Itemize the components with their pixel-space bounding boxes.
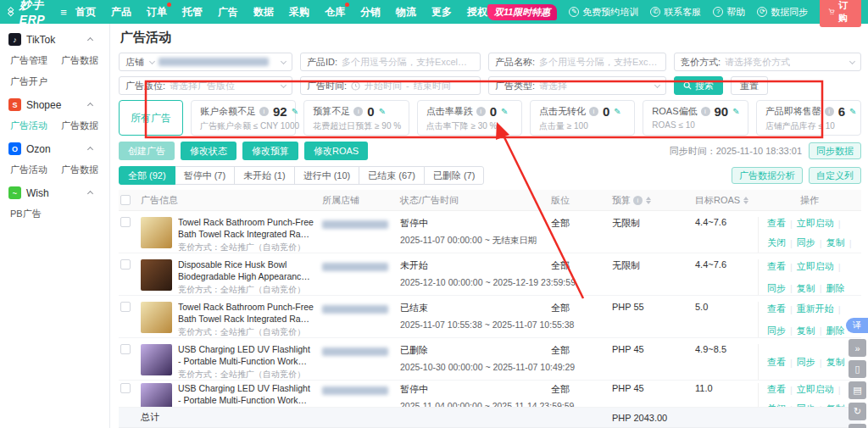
nav-item-授权[interactable]: 授权 [467, 5, 487, 19]
tool-button-广告数据分析[interactable]: 广告数据分析 [732, 167, 803, 184]
header-budget[interactable]: 预算 i [610, 194, 695, 207]
nav-item-托管[interactable]: 托管 [182, 5, 203, 19]
op-link-复制[interactable]: 复制 [826, 236, 845, 249]
summary-card-点击无转化[interactable]: 点击无转化i0✎点击量 ≥ 100 [530, 100, 635, 136]
product-id-input[interactable]: 产品ID: 多个用逗号分隔，支持Excel复制粘贴 [300, 53, 481, 71]
ad-type-select[interactable]: 广告类型: 请选择 [488, 76, 666, 95]
create-ad-button[interactable]: 创建广告 [119, 142, 175, 160]
op-link-删除[interactable]: 删除 [826, 282, 845, 295]
status-tab-进行中 (10)[interactable]: 进行中 (10) [294, 166, 360, 185]
order-button[interactable]: 订购 [820, 0, 861, 27]
bid-method-select[interactable]: 竞价方式: 请选择竞价方式 [674, 53, 861, 71]
header-roas[interactable]: 目标ROAS [695, 194, 758, 207]
nav-item-广告[interactable]: 广告 [218, 5, 238, 19]
op-link-关闭[interactable]: 关闭 [767, 236, 786, 249]
sidebar-item-广告活动[interactable]: 广告活动 [10, 115, 54, 136]
search-button[interactable]: 搜索 [674, 76, 723, 95]
all-ads-card[interactable]: 所有广告 [119, 100, 183, 136]
sidebar-item-广告数据[interactable]: 广告数据 [61, 159, 105, 181]
product-title[interactable]: USB Charging LED UV Flashlight - Portabl… [178, 383, 314, 406]
translate-button[interactable]: 译 [846, 318, 868, 333]
bulk-button-修改预算[interactable]: 修改预算 [242, 142, 298, 160]
nav-training-item[interactable]: ✎免费预约培训 [569, 6, 638, 19]
sort-icon[interactable] [743, 197, 748, 204]
edit-pencil-icon[interactable]: ✎ [849, 107, 856, 116]
sidebar-item-PB广告[interactable]: PB广告 [10, 203, 54, 225]
op-link-同步[interactable]: 同步 [797, 236, 815, 249]
product-title[interactable]: Towel Rack Bathroom Punch-Free Bath Towe… [178, 302, 314, 325]
op-link-查看[interactable]: 查看 [767, 260, 786, 273]
op-link-查看[interactable]: 查看 [767, 383, 786, 396]
row-checkbox[interactable] [120, 344, 131, 354]
op-link-同步[interactable]: 同步 [767, 282, 786, 295]
summary-card-点击率暴跌[interactable]: 点击率暴跌i0✎点击率下降 ≥ 30 % [417, 100, 522, 136]
shop-select[interactable]: 店铺 [119, 53, 292, 71]
op-link-查看[interactable]: 查看 [767, 217, 786, 230]
op-link-查看[interactable]: 查看 [767, 303, 786, 315]
collapse-icon[interactable]: » [849, 339, 866, 357]
op-link-立即启动[interactable]: 立即启动 [797, 383, 834, 396]
nav-item-更多[interactable]: 更多 [431, 5, 452, 19]
nav-item-分销[interactable]: 分销 [360, 5, 381, 19]
product-title[interactable]: Disposable Rice Husk Bowl Biodegradable … [178, 259, 314, 282]
edit-pencil-icon[interactable]: ✎ [292, 107, 298, 116]
nav-item-仓库[interactable]: 仓库 [325, 5, 345, 19]
op-link-查看[interactable]: 查看 [767, 356, 786, 369]
op-link-重新开始[interactable]: 重新开始 [797, 303, 834, 315]
sidebar-group-tiktok[interactable]: ♪TikTok [0, 29, 109, 50]
row-checkbox[interactable] [120, 383, 131, 393]
panel-icon[interactable]: ▤ [849, 381, 866, 399]
status-tab-暂停中 (7)[interactable]: 暂停中 (7) [175, 166, 236, 185]
op-link-复制[interactable]: 复制 [826, 356, 845, 369]
status-tab-已结束 (67)[interactable]: 已结束 (67) [359, 166, 425, 185]
brand[interactable]: 妙手ERP [7, 0, 50, 26]
op-link-立即启动[interactable]: 立即启动 [797, 217, 834, 230]
row-checkbox[interactable] [120, 259, 131, 270]
sidebar-group-shopee[interactable]: SShopee [0, 94, 109, 115]
edit-pencil-icon[interactable]: ✎ [732, 107, 739, 116]
edit-pencil-icon[interactable]: ✎ [379, 107, 386, 116]
edit-pencil-icon[interactable]: ✎ [614, 107, 620, 116]
nav-item-数据[interactable]: 数据 [253, 5, 274, 19]
nav-item-采购[interactable]: 采购 [289, 5, 309, 19]
back-top-icon[interactable]: ↑ [849, 424, 866, 428]
product-title[interactable]: Towel Rack Bathroom Punch-Free Bath Towe… [178, 217, 314, 240]
nav-help-item[interactable]: ?帮助 [713, 6, 745, 19]
summary-card-产品即将售罄[interactable]: 产品即将售罄i6✎店铺产品库存 ≤ 10 [756, 100, 861, 136]
sidebar-group-wish[interactable]: ~Wish [0, 182, 109, 203]
refresh-icon[interactable]: ↻ [849, 403, 866, 420]
sort-icon[interactable] [646, 197, 651, 204]
sidebar-item-广告数据[interactable]: 广告数据 [61, 50, 105, 71]
status-tab-已删除 (7)[interactable]: 已删除 (7) [424, 166, 485, 185]
op-link-复制[interactable]: 复制 [797, 282, 815, 295]
ad-time-range-picker[interactable]: 广告时间: 开始时间 - 结束时间 [300, 76, 481, 95]
op-link-同步[interactable]: 同步 [767, 325, 786, 337]
bulk-button-修改ROAS[interactable]: 修改ROAS [304, 142, 368, 160]
product-name-input[interactable]: 产品名称: 多个用逗号分隔，支持Excel复制粘贴 [488, 53, 666, 71]
hamburger-menu-icon[interactable]: ≡ [60, 6, 67, 19]
promo-badge[interactable]: 双11限时特惠 [487, 4, 557, 20]
row-checkbox[interactable] [120, 217, 131, 227]
nav-data-sync-item[interactable]: ⟳数据同步 [757, 6, 808, 19]
nav-item-产品[interactable]: 产品 [111, 5, 131, 19]
product-title[interactable]: USB Charging LED UV Flashlight - Portabl… [178, 344, 314, 367]
op-link-复制[interactable]: 复制 [797, 325, 815, 337]
edit-pencil-icon[interactable]: ✎ [501, 107, 508, 116]
select-all-checkbox[interactable] [120, 195, 131, 205]
op-link-删除[interactable]: 删除 [826, 325, 845, 337]
nav-item-物流[interactable]: 物流 [396, 5, 416, 19]
sidebar-item-广告数据[interactable]: 广告数据 [61, 115, 105, 136]
status-tab-全部 (92)[interactable]: 全部 (92) [119, 166, 175, 185]
nav-support-item[interactable]: ✆联系客服 [650, 6, 701, 19]
tool-button-自定义列[interactable]: 自定义列 [809, 167, 861, 184]
summary-card-ROAS偏低[interactable]: ROAS偏低i90✎ROAS ≤ 10 [643, 100, 748, 136]
status-tab-未开始 (1)[interactable]: 未开始 (1) [234, 166, 295, 185]
sidebar-item-广告活动[interactable]: 广告活动 [10, 159, 54, 181]
summary-card-账户余额不足[interactable]: 账户余额不足i92✎广告账户余额 ≤ CNY 1000 [191, 100, 296, 136]
sync-data-button[interactable]: 同步数据 [809, 142, 861, 159]
sidebar-group-ozon[interactable]: OOzon [0, 138, 109, 159]
op-link-立即启动[interactable]: 立即启动 [797, 260, 834, 273]
sidebar-item-广告管理[interactable]: 广告管理 [10, 50, 54, 71]
sidebar-item-广告开户[interactable]: 广告开户 [10, 71, 54, 92]
summary-card-预算不足[interactable]: 预算不足i0✎花费超过日预算 ≥ 90 % [303, 100, 409, 136]
